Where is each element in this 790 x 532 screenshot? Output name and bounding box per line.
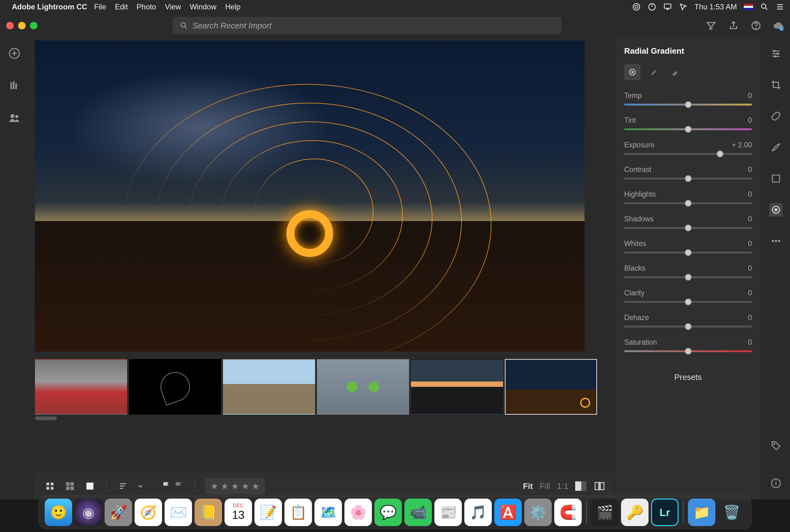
- dock-magnet[interactable]: 🧲: [554, 499, 582, 526]
- dock-news[interactable]: 📰: [434, 499, 462, 526]
- show-original-icon[interactable]: [575, 481, 586, 491]
- dock-finder[interactable]: 🙂: [45, 499, 72, 526]
- pointer-icon[interactable]: [679, 2, 688, 11]
- power-icon[interactable]: [647, 2, 656, 11]
- single-view-icon[interactable]: [84, 481, 96, 491]
- slider-temp[interactable]: Temp0: [624, 92, 752, 106]
- filmstrip-scrollbar[interactable]: [35, 417, 57, 420]
- dock-photos[interactable]: 🌸: [344, 499, 372, 526]
- dock-contacts[interactable]: 📒: [194, 499, 222, 526]
- slider-dehaze[interactable]: Dehaze0: [624, 314, 752, 327]
- edit-sliders-icon[interactable]: [769, 47, 783, 61]
- app-name[interactable]: Adobe Lightroom CC: [12, 2, 87, 11]
- grid-large-icon[interactable]: [64, 481, 76, 491]
- minimize-button[interactable]: [18, 22, 25, 29]
- tag-icon[interactable]: [769, 439, 783, 453]
- compare-icon[interactable]: [593, 481, 606, 491]
- zoom-1to1[interactable]: 1:1: [557, 481, 568, 491]
- dock-downloads[interactable]: 📁: [688, 499, 715, 526]
- dock-itunes[interactable]: 🎵: [464, 499, 492, 526]
- menu-edit[interactable]: Edit: [115, 2, 128, 11]
- star-3-icon[interactable]: ★: [231, 481, 239, 491]
- thumbnail-6[interactable]: [505, 359, 597, 415]
- menu-window[interactable]: Window: [190, 2, 217, 11]
- dock-siri[interactable]: ◉: [75, 499, 102, 526]
- zoom-button[interactable]: [30, 22, 37, 29]
- zoom-fill[interactable]: Fill: [540, 481, 550, 491]
- airplay-icon[interactable]: [663, 2, 672, 11]
- dock-launchpad[interactable]: 🚀: [105, 499, 132, 526]
- dock-mail[interactable]: ✉️: [165, 499, 192, 526]
- menu-photo[interactable]: Photo: [136, 2, 156, 11]
- star-5-icon[interactable]: ★: [252, 481, 260, 491]
- menu-file[interactable]: File: [94, 2, 106, 11]
- dock-trash[interactable]: 🗑️: [718, 499, 745, 526]
- dock-imovie[interactable]: 🎬: [591, 499, 619, 526]
- linear-gradient-icon[interactable]: [769, 172, 783, 186]
- dock-reminders[interactable]: 📋: [284, 499, 312, 526]
- slider-contrast[interactable]: Contrast0: [624, 166, 752, 179]
- cc-icon[interactable]: [632, 2, 641, 11]
- crop-icon[interactable]: [769, 78, 783, 92]
- flag-pick-icon[interactable]: [161, 481, 172, 491]
- dock-notes[interactable]: 📝: [255, 499, 282, 526]
- image-viewer[interactable]: [35, 41, 585, 352]
- flag-reject-icon[interactable]: [174, 481, 184, 491]
- info-icon[interactable]: [769, 476, 783, 490]
- thumbnail-2[interactable]: [129, 359, 221, 415]
- sort-icon[interactable]: [117, 481, 129, 491]
- thumbnail-3[interactable]: [223, 359, 315, 415]
- slider-blacks[interactable]: Blacks0: [624, 264, 752, 278]
- dock-lightroom[interactable]: Lr: [651, 499, 679, 526]
- healing-icon[interactable]: [769, 109, 783, 123]
- slider-shadows[interactable]: Shadows0: [624, 215, 752, 229]
- slider-clarity[interactable]: Clarity0: [624, 289, 752, 303]
- traffic-lights[interactable]: [6, 22, 37, 29]
- dock-facetime[interactable]: 📹: [405, 499, 432, 526]
- share-icon[interactable]: [728, 20, 739, 31]
- filter-icon[interactable]: [706, 20, 716, 31]
- brush-erase-button[interactable]: [668, 64, 684, 80]
- dock-maps[interactable]: 🗺️: [315, 499, 342, 526]
- cloud-sync-icon[interactable]: [773, 20, 784, 31]
- slider-exposure[interactable]: Exposure+ 2.00: [624, 141, 752, 155]
- control-center-icon[interactable]: [776, 2, 784, 11]
- star-2-icon[interactable]: ★: [221, 481, 229, 491]
- help-icon[interactable]: [751, 20, 761, 31]
- brush-add-button[interactable]: [646, 64, 662, 80]
- my-photos-button[interactable]: [8, 79, 21, 92]
- radial-mask-new-button[interactable]: [624, 64, 640, 80]
- thumbnail-4[interactable]: [317, 359, 409, 415]
- close-button[interactable]: [6, 22, 14, 29]
- dock-calendar[interactable]: DEC13: [225, 499, 252, 526]
- menubar-clock[interactable]: Thu 1:53 AM: [694, 2, 737, 11]
- presets-button[interactable]: Presets: [624, 363, 752, 392]
- grid-small-icon[interactable]: [44, 481, 56, 491]
- brush-icon[interactable]: [769, 140, 783, 154]
- zoom-fit[interactable]: Fit: [523, 481, 533, 491]
- menu-help[interactable]: Help: [225, 2, 241, 11]
- dock-messages[interactable]: 💬: [374, 499, 402, 526]
- dock-settings[interactable]: ⚙️: [524, 499, 552, 526]
- dock-appstore[interactable]: 🅰️: [494, 499, 522, 526]
- slider-tint[interactable]: Tint0: [624, 116, 752, 130]
- more-icon[interactable]: [769, 234, 783, 248]
- thumbnail-5[interactable]: [411, 359, 503, 415]
- slider-saturation[interactable]: Saturation0: [624, 338, 752, 352]
- slider-highlights[interactable]: Highlights0: [624, 190, 752, 204]
- slider-whites[interactable]: Whites0: [624, 240, 752, 253]
- input-flag-icon[interactable]: [744, 4, 753, 10]
- radial-gradient-icon[interactable]: [769, 203, 783, 217]
- add-photos-button[interactable]: [8, 47, 21, 60]
- search-input[interactable]: Search Recent Import: [173, 17, 561, 34]
- dock-safari[interactable]: 🧭: [135, 499, 162, 526]
- star-rating[interactable]: ★ ★ ★ ★ ★: [205, 478, 265, 495]
- star-1-icon[interactable]: ★: [210, 481, 218, 491]
- star-4-icon[interactable]: ★: [241, 481, 249, 491]
- dock-1password[interactable]: 🔑: [621, 499, 648, 526]
- sharing-button[interactable]: [8, 111, 21, 124]
- chevron-down-icon[interactable]: [137, 481, 144, 491]
- menu-view[interactable]: View: [165, 2, 181, 11]
- spotlight-icon[interactable]: [760, 2, 769, 11]
- thumbnail-1[interactable]: [35, 359, 127, 415]
